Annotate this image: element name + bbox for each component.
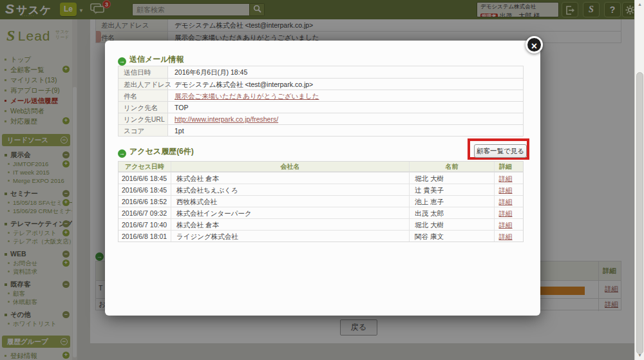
scroll-up-icon[interactable]: ▲	[635, 0, 644, 9]
table-row: リンク先URLhttp://www.interpark.co.jp/freshe…	[118, 113, 523, 124]
subject-link[interactable]: 展示会ご来場いただきありがとうございました	[175, 92, 319, 100]
browser-scrollbar[interactable]: ▲ ▼	[634, 0, 644, 360]
access-history-title: →アクセス履歴(6件)	[118, 146, 194, 155]
sent-mail-modal: × →送信メール情報 送信日時2016年6月6日(月) 18:45 差出人アドレ…	[105, 41, 540, 316]
table-row: 2016/6/7 09:32株式会社インターパーク出茂 太郎詳細	[118, 207, 523, 218]
view-customer-list-button[interactable]: 顧客一覧で見る	[474, 144, 527, 158]
detail-link[interactable]: 詳細	[499, 221, 513, 229]
table-row: 差出人アドレスデモシステム株式会社 <test@interpark.co.jp>	[118, 78, 523, 90]
close-icon[interactable]: ×	[526, 36, 543, 53]
table-row: 2016/6/6 18:45株式会社 倉本堀北 大樹詳細	[118, 172, 523, 184]
table-row: 2016/6/8 18:01ライジング株式会社関谷 康文詳細	[118, 230, 523, 242]
detail-link[interactable]: 詳細	[499, 209, 513, 217]
sent-mail-info-title: →送信メール情報	[118, 54, 184, 63]
detail-link[interactable]: 詳細	[499, 175, 513, 182]
table-row: リンク先名TOP	[118, 101, 523, 113]
table-row: 2016/6/6 18:52西牧株式会社池上 恵子詳細	[118, 195, 523, 207]
sent-mail-info-table: 送信日時2016年6月6日(月) 18:45 差出人アドレスデモシステム株式会社…	[118, 66, 524, 137]
access-history-table: アクセス日時 会社名 名前 詳細 2016/6/6 18:45株式会社 倉本堀北…	[118, 161, 524, 242]
detail-link[interactable]: 詳細	[499, 198, 513, 205]
scrollbar-thumb[interactable]	[636, 72, 643, 354]
link-url[interactable]: http://www.interpark.co.jp/freshers/	[175, 115, 278, 123]
table-row: 2016/6/7 10:40株式会社 倉本堀北 大樹詳細	[118, 218, 523, 230]
table-row: 2016/6/6 18:45株式会社ちえぶくろ辻 貴美子詳細	[118, 184, 523, 195]
section-arrow-icon: →	[118, 57, 126, 66]
annotation-highlight-box: 顧客一覧で見る	[468, 138, 529, 160]
section-arrow-icon: →	[118, 149, 126, 158]
access-table-header: アクセス日時 会社名 名前 詳細	[118, 162, 523, 172]
table-row: スコア1pt	[118, 124, 523, 136]
scroll-down-icon[interactable]: ▼	[635, 351, 644, 360]
detail-link[interactable]: 詳細	[499, 232, 513, 240]
detail-link[interactable]: 詳細	[499, 186, 513, 194]
table-row: 送信日時2016年6月6日(月) 18:45	[118, 66, 523, 78]
table-row: 件名展示会ご来場いただきありがとうございました	[118, 90, 523, 101]
